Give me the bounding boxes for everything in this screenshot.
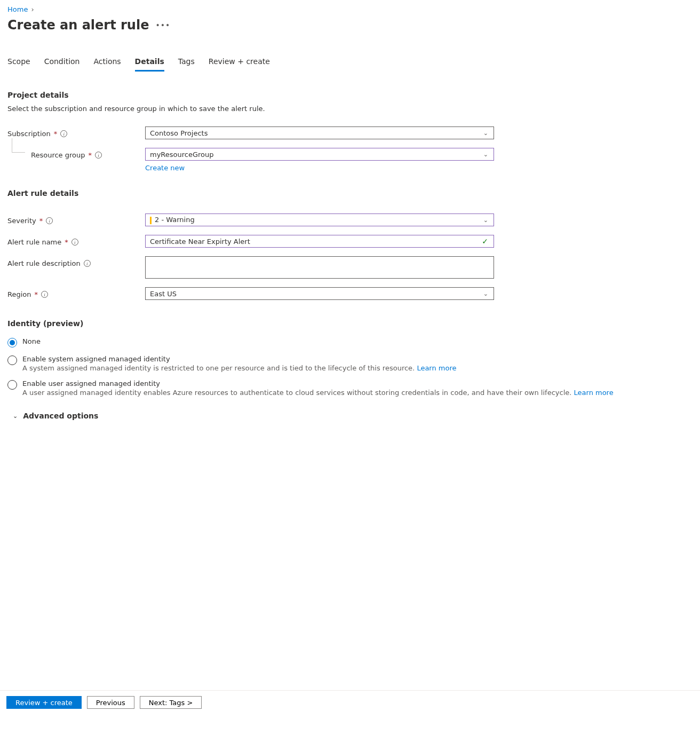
info-icon[interactable]: i xyxy=(60,130,67,137)
alert-rule-name-value: Certificate Near Expirty Alert xyxy=(150,238,250,246)
required-icon: * xyxy=(35,290,38,298)
project-details-desc: Select the subscription and resource gro… xyxy=(7,105,689,113)
radio-label: Enable system assigned managed identity xyxy=(22,355,689,363)
info-icon[interactable]: i xyxy=(95,152,102,159)
breadcrumb-home[interactable]: Home xyxy=(7,5,28,13)
chevron-down-icon: ⌄ xyxy=(483,130,488,137)
alert-rule-description-label: Alert rule description xyxy=(7,259,81,267)
resource-group-value: myResourceGroup xyxy=(150,151,214,159)
learn-more-link[interactable]: Learn more xyxy=(574,389,614,397)
learn-more-link[interactable]: Learn more xyxy=(417,364,456,372)
identity-heading: Identity (preview) xyxy=(7,319,689,328)
severity-label: Severity xyxy=(7,217,36,225)
radio-icon[interactable] xyxy=(7,380,17,390)
radio-description: A system assigned managed identity is re… xyxy=(22,364,689,372)
advanced-options-toggle[interactable]: ⌄ Advanced options xyxy=(13,412,689,420)
alert-rule-name-label: Alert rule name xyxy=(7,238,61,246)
chevron-down-icon: ⌄ xyxy=(483,290,488,297)
severity-value: 2 - Warning xyxy=(155,216,195,224)
required-icon: * xyxy=(54,130,58,138)
tab-scope[interactable]: Scope xyxy=(7,57,30,72)
info-icon[interactable]: i xyxy=(71,239,78,246)
subscription-select[interactable]: Contoso Projects ⌄ xyxy=(145,127,494,139)
subscription-label: Subscription xyxy=(7,130,51,138)
chevron-right-icon: › xyxy=(31,5,34,13)
radio-description: A user assigned managed identity enables… xyxy=(22,389,689,397)
required-icon: * xyxy=(65,238,68,246)
radio-icon[interactable] xyxy=(7,338,17,347)
tab-tags[interactable]: Tags xyxy=(178,57,195,72)
breadcrumb: Home › xyxy=(7,5,689,13)
info-icon[interactable]: i xyxy=(41,291,48,298)
tab-condition[interactable]: Condition xyxy=(44,57,80,72)
project-details-heading: Project details xyxy=(7,91,689,99)
info-icon[interactable]: i xyxy=(46,217,53,224)
create-new-link[interactable]: Create new xyxy=(145,164,185,172)
required-icon: * xyxy=(89,151,92,159)
radio-identity-user[interactable]: Enable user assigned managed identity A … xyxy=(7,380,689,397)
footer-buttons: Review + create Previous Next: Tags > xyxy=(0,690,700,714)
check-icon: ✓ xyxy=(482,237,488,246)
page-title: Create an alert rule xyxy=(7,18,149,33)
severity-select[interactable]: 2 - Warning ⌄ xyxy=(145,214,494,226)
resource-group-select[interactable]: myResourceGroup ⌄ xyxy=(145,148,494,161)
info-icon[interactable]: i xyxy=(84,260,91,267)
advanced-options-label: Advanced options xyxy=(23,412,98,420)
more-icon[interactable]: ••• xyxy=(155,21,170,29)
radio-label: None xyxy=(22,337,689,345)
tabs: Scope Condition Actions Details Tags Rev… xyxy=(7,57,689,72)
radio-identity-system[interactable]: Enable system assigned managed identity … xyxy=(7,355,689,372)
chevron-down-icon: ⌄ xyxy=(13,413,18,420)
tab-actions[interactable]: Actions xyxy=(93,57,121,72)
required-icon: * xyxy=(39,217,43,225)
subscription-value: Contoso Projects xyxy=(150,129,208,137)
region-select[interactable]: East US ⌄ xyxy=(145,287,494,300)
previous-button[interactable]: Previous xyxy=(87,696,134,709)
resource-group-label: Resource group xyxy=(31,151,85,159)
alert-rule-name-input[interactable]: Certificate Near Expirty Alert ✓ xyxy=(145,235,494,248)
region-value: East US xyxy=(150,290,177,298)
severity-color-icon xyxy=(150,217,152,224)
next-button[interactable]: Next: Tags > xyxy=(140,696,202,709)
review-create-button[interactable]: Review + create xyxy=(6,696,82,709)
radio-identity-none[interactable]: None xyxy=(7,337,689,347)
alert-rule-details-heading: Alert rule details xyxy=(7,189,689,197)
chevron-down-icon: ⌄ xyxy=(483,217,488,224)
tab-details[interactable]: Details xyxy=(135,57,164,72)
tab-review[interactable]: Review + create xyxy=(209,57,270,72)
radio-label: Enable user assigned managed identity xyxy=(22,380,689,388)
region-label: Region xyxy=(7,290,31,298)
radio-icon[interactable] xyxy=(7,355,17,365)
chevron-down-icon: ⌄ xyxy=(483,151,488,158)
alert-rule-description-input[interactable] xyxy=(145,256,494,279)
